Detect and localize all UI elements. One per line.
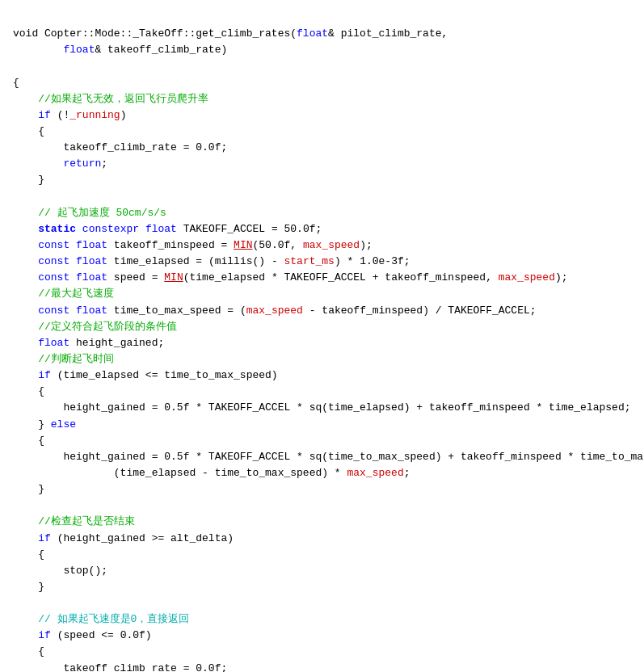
static-keyword: static	[38, 223, 76, 235]
start-ms-var: start_ms	[284, 255, 335, 267]
else-keyword: else	[51, 418, 76, 430]
comment-2: // 起飞加速度 50cm/s/s	[38, 207, 166, 219]
float-keyword-2: float	[63, 44, 95, 56]
float-keyword-6: float	[76, 271, 107, 284]
float-keyword-5: float	[76, 255, 107, 267]
comment-4: //定义符合起飞阶段的条件值	[38, 321, 177, 333]
min-func-1: MIN	[234, 239, 252, 251]
running-var: _running	[69, 109, 120, 121]
comment-6: //检查起飞是否结束	[38, 515, 135, 527]
const-keyword-4: const	[38, 304, 69, 317]
max-speed-var-1: max_speed	[303, 239, 360, 251]
function-signature-2	[13, 44, 63, 56]
comment-7: // 如果起飞速度是0，直接返回	[38, 613, 189, 625]
function-signature-1: void Copter::Mode::_TakeOff::get_climb_r…	[13, 27, 297, 40]
max-speed-var-4: max_speed	[347, 467, 403, 479]
comment-3: //最大起飞速度	[38, 288, 114, 300]
float-keyword-7: float	[76, 304, 107, 317]
const-keyword-1: const	[38, 239, 69, 251]
comment-1: //如果起飞无效，返回飞行员爬升率	[38, 93, 208, 105]
if-keyword-2: if	[38, 369, 51, 381]
min-func-2: MIN	[164, 271, 183, 284]
max-speed-var-3: max_speed	[246, 304, 303, 317]
float-keyword-1: float	[297, 27, 328, 40]
max-speed-var-2: max_speed	[499, 271, 555, 284]
if-keyword-4: if	[38, 629, 51, 641]
float-keyword-8: float	[38, 337, 69, 349]
float-keyword-3: float	[145, 223, 177, 235]
if-keyword-1: if	[38, 109, 51, 121]
float-keyword-4: float	[76, 239, 107, 251]
if-keyword-3: if	[38, 532, 51, 544]
const-keyword-3: const	[38, 271, 69, 284]
const-keyword-2: const	[38, 255, 69, 267]
return-keyword-1: return	[63, 158, 101, 170]
comment-5: //判断起飞时间	[38, 353, 114, 365]
code-container: void Copter::Mode::_TakeOff::get_climb_r…	[13, 10, 631, 672]
constexpr-keyword: constexpr	[82, 223, 139, 235]
